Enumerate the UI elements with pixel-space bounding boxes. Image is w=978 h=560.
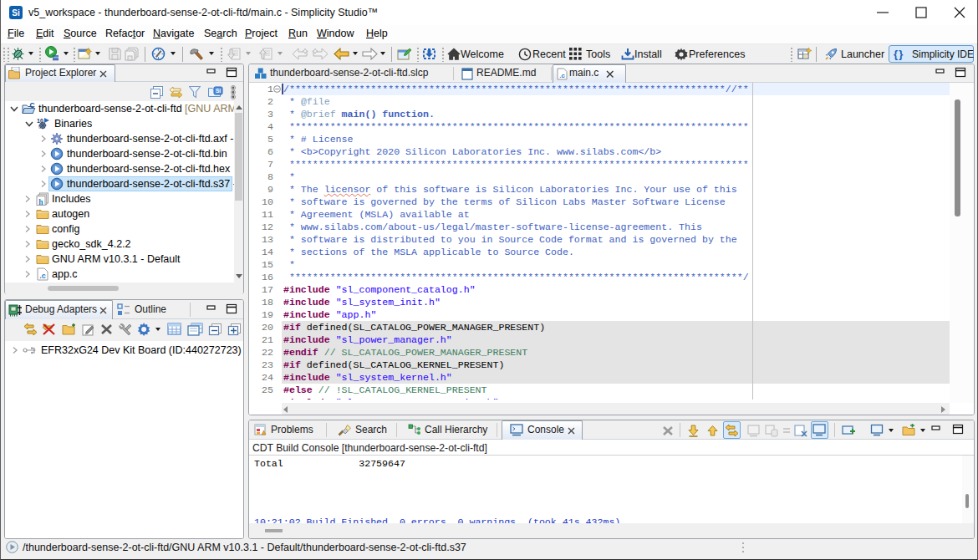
- svg-text:h: h: [38, 198, 43, 206]
- svg-text:.c: .c: [39, 272, 46, 280]
- svg-text:Si: Si: [12, 8, 20, 18]
- svg-text:C: C: [29, 102, 34, 109]
- svg-text:Si: Si: [216, 88, 221, 94]
- svg-text:.c: .c: [559, 72, 565, 79]
